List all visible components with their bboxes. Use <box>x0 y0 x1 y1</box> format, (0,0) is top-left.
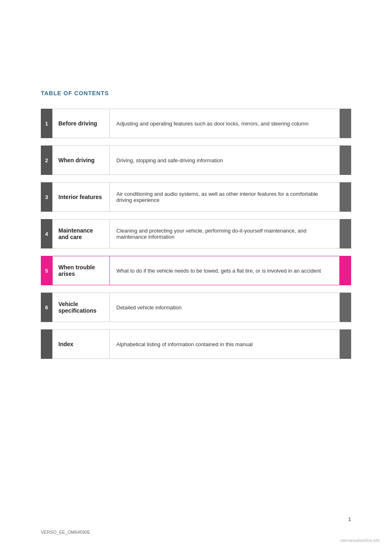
entry-description-before-driving: Adjusting and operating features such as… <box>109 109 340 138</box>
page: TABLE OF CONTENTS 1 Before driving Adjus… <box>0 0 392 555</box>
entry-accent-before-driving <box>340 109 351 138</box>
entry-number-maintenance-care: 4 <box>41 219 52 248</box>
entry-accent-interior-features <box>340 182 351 212</box>
entry-number-when-trouble: 5 <box>41 256 52 285</box>
toc-entry-vehicle-specs[interactable]: 6 Vehicle specifications Detailed vehicl… <box>41 293 351 322</box>
entry-label-maintenance-care: Maintenance and care <box>52 219 109 248</box>
entry-number-interior-features: 3 <box>41 182 52 212</box>
entry-description-when-trouble: What to do if the vehicle needs to be to… <box>109 256 340 285</box>
entry-label-when-driving: When driving <box>52 145 109 175</box>
toc-entry-index[interactable]: Index Alphabetical listing of informatio… <box>41 329 351 359</box>
entry-number-index <box>41 329 52 359</box>
page-number: 1 <box>348 516 351 522</box>
toc-entry-maintenance-care[interactable]: 4 Maintenance and care Cleaning and prot… <box>41 219 351 248</box>
toc-entry-when-driving[interactable]: 2 When driving Driving, stopping and saf… <box>41 145 351 175</box>
entry-accent-maintenance-care <box>340 219 351 248</box>
entry-label-when-trouble: When trouble arises <box>52 256 109 285</box>
entry-accent-when-driving <box>340 145 351 175</box>
entry-accent-when-trouble <box>340 256 351 285</box>
toc-entry-when-trouble[interactable]: 5 When trouble arises What to do if the … <box>41 256 351 285</box>
toc-section: TABLE OF CONTENTS 1 Before driving Adjus… <box>0 0 392 392</box>
entry-description-index: Alphabetical listing of information cont… <box>109 329 340 359</box>
entry-accent-vehicle-specs <box>340 293 351 322</box>
entry-number-when-driving: 2 <box>41 145 52 175</box>
entry-label-vehicle-specs: Vehicle specifications <box>52 293 109 322</box>
entry-description-interior-features: Air conditioning and audio systems, as w… <box>109 182 340 212</box>
toc-entry-before-driving[interactable]: 1 Before driving Adjusting and operating… <box>41 109 351 138</box>
entry-description-vehicle-specs: Detailed vehicle information <box>109 293 340 322</box>
toc-entry-interior-features[interactable]: 3 Interior features Air conditioning and… <box>41 182 351 212</box>
entry-label-index: Index <box>52 329 109 359</box>
entry-number-before-driving: 1 <box>41 109 52 138</box>
watermark-text: carmanualsonline.info <box>340 538 380 543</box>
entry-number-vehicle-specs: 6 <box>41 293 52 322</box>
entry-description-when-driving: Driving, stopping and safe-driving infor… <box>109 145 340 175</box>
entry-label-interior-features: Interior features <box>52 182 109 212</box>
entry-accent-index <box>340 329 351 359</box>
entry-label-before-driving: Before driving <box>52 109 109 138</box>
entry-description-maintenance-care: Cleaning and protecting your vehicle, pe… <box>109 219 340 248</box>
toc-title: TABLE OF CONTENTS <box>41 90 351 96</box>
toc-entries: 1 Before driving Adjusting and operating… <box>41 109 351 359</box>
footer-text: VERSO_EE_OM64590E <box>41 530 90 535</box>
